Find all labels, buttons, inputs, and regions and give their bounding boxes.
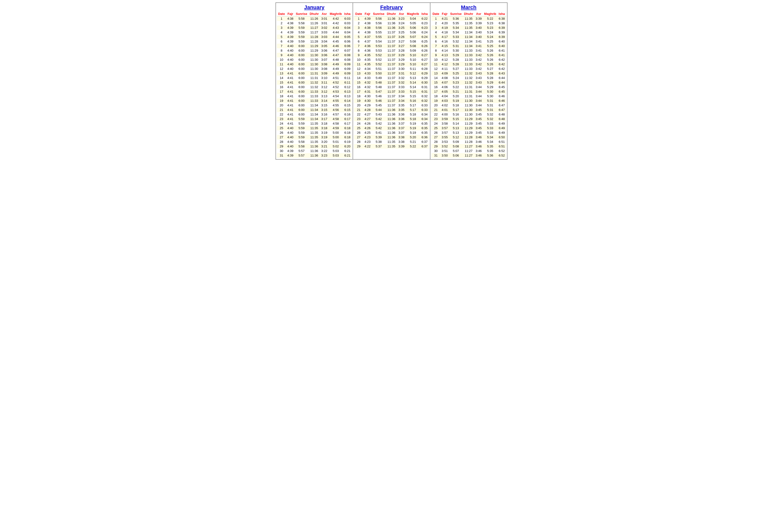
table-cell: 4:41 xyxy=(286,98,294,103)
col-header-dhuhr: Dhuhr xyxy=(308,11,320,16)
table-cell: 11:30 xyxy=(308,67,320,71)
table-cell: 5:46 xyxy=(372,98,386,103)
table-cell: 11:30 xyxy=(308,62,320,67)
table-cell: 6:06 xyxy=(343,39,352,44)
table-cell: 3:36 xyxy=(397,117,406,121)
table-cell: 11:34 xyxy=(308,103,320,107)
table-cell: 27 xyxy=(431,135,440,139)
table-cell: 4:49 xyxy=(328,71,343,76)
col-header-asr: Asr xyxy=(397,11,406,16)
table-cell: 6:29 xyxy=(420,71,429,76)
table-cell: 3:31 xyxy=(397,71,406,76)
table-cell: 11:37 xyxy=(386,71,397,76)
table-row: 194:035:1911:303:445:316:46 xyxy=(431,98,506,103)
table-cell: 5:08 xyxy=(406,44,420,48)
table-cell: 4:16 xyxy=(440,39,449,44)
table-cell: 3:06 xyxy=(320,53,328,57)
table-cell: 11:26 xyxy=(308,16,320,21)
table-row: 84:145:3011:333:415:266:41 xyxy=(431,48,506,53)
table-cell: 4:40 xyxy=(286,57,294,62)
table-cell: 5:59 xyxy=(294,126,308,130)
table-cell: 11:35 xyxy=(308,139,320,144)
table-cell: 4:41 xyxy=(286,85,294,89)
table-row: 114:125:2811:333:425:266:42 xyxy=(431,62,506,67)
table-cell: 4:37 xyxy=(364,35,372,39)
table-cell: 6:00 xyxy=(294,53,308,57)
table-cell: 3:40 xyxy=(474,35,483,39)
table-cell: 5:54 xyxy=(372,39,386,44)
table-row: 303:515:0711:273:465:356:52 xyxy=(431,148,506,153)
table-cell: 6:45 xyxy=(497,85,506,89)
table-cell: 25 xyxy=(277,126,286,130)
table-cell: 3:29 xyxy=(397,53,406,57)
table-row: 283:535:0911:283:465:346:51 xyxy=(431,139,506,144)
table-cell: 4:23 xyxy=(364,139,372,144)
table-cell: 5:19 xyxy=(449,98,463,103)
table-cell: 6:03 xyxy=(343,21,352,26)
table-cell: 4:59 xyxy=(328,126,343,130)
table-cell: 22 xyxy=(277,112,286,117)
table-cell: 3:45 xyxy=(474,130,483,135)
table-cell: 4:12 xyxy=(440,57,449,62)
table-cell: 4:39 xyxy=(286,148,294,153)
table-cell: 5:21 xyxy=(406,139,420,144)
table-cell: 6:00 xyxy=(294,103,308,107)
table-row: 44:385:5511:373:255:066:24 xyxy=(354,30,429,35)
table-cell: 3:43 xyxy=(474,80,483,85)
table-cell: 4:40 xyxy=(286,48,294,53)
table-cell: 3:55 xyxy=(440,135,449,139)
table-cell: 9 xyxy=(431,53,440,57)
table-cell: 5:47 xyxy=(372,89,386,94)
table-cell: 17 xyxy=(354,89,363,94)
table-cell: 11:37 xyxy=(386,44,397,48)
table-cell: 24 xyxy=(277,121,286,126)
table-cell: 3:38 xyxy=(397,139,406,144)
table-cell: 5:06 xyxy=(449,153,463,158)
table-cell: 3:21 xyxy=(320,144,328,148)
table-cell: 31 xyxy=(431,153,440,158)
table-cell: 4:49 xyxy=(328,62,343,67)
col-header-fajr: Fajr xyxy=(364,11,372,16)
table-cell: 3:46 xyxy=(474,148,483,153)
table-row: 104:355:5211:373:295:106:27 xyxy=(354,57,429,62)
table-cell: 6:09 xyxy=(343,71,352,76)
table-cell: 3:45 xyxy=(474,121,483,126)
table-cell: 5:26 xyxy=(483,62,497,67)
table-cell: 5:59 xyxy=(294,26,308,30)
table-cell: 3 xyxy=(431,26,440,30)
table-cell: 6:13 xyxy=(343,94,352,98)
table-cell: 8 xyxy=(431,48,440,53)
table-cell: 30 xyxy=(431,148,440,153)
table-cell: 11:37 xyxy=(386,76,397,80)
table-cell: 3:38 xyxy=(397,135,406,139)
table-cell: 11:33 xyxy=(463,48,474,53)
table-cell: 11:36 xyxy=(386,135,397,139)
table-cell: 5:13 xyxy=(406,76,420,80)
table-cell: 6:35 xyxy=(420,121,429,126)
table-cell: 5:11 xyxy=(406,67,420,71)
table-cell: 11:29 xyxy=(463,121,474,126)
table-row: 104:125:2811:333:425:266:42 xyxy=(431,57,506,62)
table-cell: 11:36 xyxy=(308,144,320,148)
table-cell: 6:39 xyxy=(497,30,506,35)
table-row: 194:305:4611:373:345:166:32 xyxy=(354,98,429,103)
table-cell: 6:48 xyxy=(497,112,506,117)
table-cell: 5:28 xyxy=(483,76,497,80)
month-title-january: January xyxy=(277,4,352,10)
table-cell: 4:42 xyxy=(328,21,343,26)
table-cell: 3:02 xyxy=(320,26,328,30)
table-cell: 5:15 xyxy=(449,117,463,121)
table-cell: 6:27 xyxy=(420,57,429,62)
table-cell: 5:36 xyxy=(483,153,497,158)
table-cell: 3:09 xyxy=(320,71,328,76)
table-cell: 3:57 xyxy=(440,126,449,130)
table-cell: 4:41 xyxy=(286,89,294,94)
table-cell: 5:56 xyxy=(372,26,386,30)
table-cell: 5:50 xyxy=(372,71,386,76)
table-row: 164:065:2211:313:445:296:45 xyxy=(431,85,506,89)
table-cell: 5:31 xyxy=(483,103,497,107)
table-cell: 4:39 xyxy=(286,153,294,158)
table-cell: 6:34 xyxy=(420,117,429,121)
table-row: 264:405:5911:353:195:006:18 xyxy=(277,130,352,135)
table-cell: 4:41 xyxy=(286,71,294,76)
